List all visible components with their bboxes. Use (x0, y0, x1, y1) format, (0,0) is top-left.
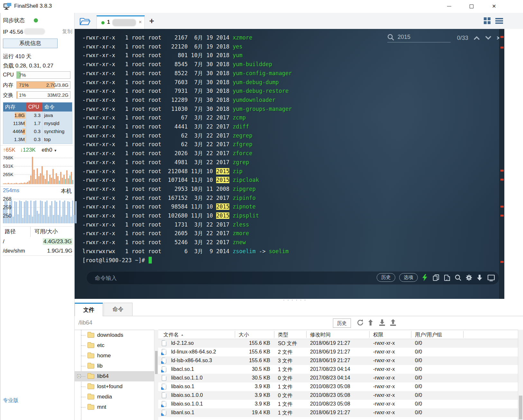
process-row[interactable]: 1.3M0.3top (3, 136, 72, 144)
search-next-icon[interactable] (485, 36, 491, 40)
column-perms[interactable]: 权限 (373, 332, 383, 338)
sort-asc-icon: ▲ (181, 333, 184, 336)
column-size[interactable]: 大小 (239, 332, 249, 338)
scroll-down-icon[interactable] (476, 274, 483, 281)
terminal-prompt: [root@li900-223 ~]# (82, 256, 292, 265)
minimize-button[interactable] (442, 2, 456, 11)
upload-icon[interactable] (389, 319, 397, 326)
terminal-line: -rwxr-xr-x 1 root root 2167 6月 19 2014 x… (82, 33, 292, 42)
search-query: 2015 (398, 34, 410, 40)
tree-item-downloads[interactable]: downloads (75, 330, 154, 340)
tree-item-mnt[interactable]: mnt (75, 402, 154, 412)
title-bar: FinalShell 3.8.3 ✕ (0, 0, 523, 13)
disk-row: /dev/shm1.9G/1.9G (3, 246, 72, 255)
history-button[interactable]: 历史 (377, 273, 395, 282)
paste-icon[interactable] (444, 274, 451, 281)
process-row[interactable]: 1.8G3.3java (3, 112, 72, 120)
file-table-scrollbar[interactable] (518, 330, 523, 420)
app-logo-icon (3, 3, 12, 10)
terminal-line: -rwxr-xr-x 1 root root 98584 11月 10 2015… (82, 202, 292, 211)
terminal-line: -rwxr-xr-x 1 root root 2026 3月 22 2017 z… (82, 149, 292, 158)
column-mtime[interactable]: 修改时间 (310, 332, 331, 338)
download-icon[interactable] (378, 319, 386, 326)
tree-item-label: downloads (97, 332, 123, 338)
terminal-line: -rwxr-xr-x 1 root root 212048 11月 10 201… (82, 167, 292, 176)
edition-label: 专业版 (3, 397, 18, 404)
settings-gear-icon[interactable] (465, 274, 473, 281)
list-menu-icon[interactable] (495, 17, 503, 24)
terminal-line: -rwxr-xr-x 1 root root 1731 3月 22 2017 z… (82, 220, 292, 229)
search-icon (387, 34, 394, 41)
sidebar: 同步状态 IP 45.56 复制 系统信息 运行 410 天 负载 0.28, … (0, 13, 75, 420)
file-history-button[interactable]: 历史 (333, 318, 351, 328)
search-match-marker (500, 261, 504, 263)
column-owner[interactable]: 用户/用户组 (415, 332, 442, 338)
panel-splitter[interactable]: · · · · · · (75, 299, 523, 303)
tree-item-etc[interactable]: etc (75, 340, 154, 351)
tab-files[interactable]: 文件 (75, 303, 103, 316)
ip-label: IP 45.56 (3, 29, 23, 35)
terminal-search-icon[interactable] (454, 274, 462, 281)
copy-ip-button[interactable]: 复制 (62, 28, 72, 35)
fullscreen-icon[interactable] (487, 274, 494, 281)
current-path[interactable]: /lib64 (78, 319, 92, 326)
column-type[interactable]: 类型 (278, 332, 288, 338)
quick-command-icon[interactable] (422, 274, 429, 281)
tab-label: 1 (107, 19, 110, 25)
cpu-meter: CPU 7% (3, 71, 70, 79)
chevron-down-icon[interactable]: ▼ (54, 149, 57, 152)
tab-commands[interactable]: 命令 (104, 303, 133, 316)
copy-icon[interactable] (433, 274, 440, 281)
terminal[interactable]: -rwxr-xr-x 1 root root 2167 6月 19 2014 x… (75, 29, 504, 299)
folder-icon (87, 364, 94, 369)
search-input[interactable]: 2015 (387, 34, 451, 42)
column-name[interactable]: 文件名▲ (163, 332, 184, 338)
tree-scrollbar[interactable] (154, 330, 158, 420)
process-row[interactable]: 446M0.3syncthing (3, 128, 72, 136)
terminal-line: -rwxr-xr-x 2 root root 167152 3月 22 2017… (82, 194, 292, 203)
splitter-handle-icon[interactable]: · · · · · · (283, 297, 307, 302)
table-row[interactable]: libanl.so.119.4 KB1 文件2018/06/19 21:27-r… (158, 408, 518, 417)
table-row[interactable]: libacl.so.1.1.030.5 KB0 文件2017/08/23 04:… (158, 374, 518, 382)
terminal-scrollbar[interactable] (499, 29, 504, 299)
table-row[interactable]: libaio.so.13.9 KB1 文件2010/08/23 05:08-rw… (158, 382, 518, 391)
tree-item-lost+found[interactable]: lost+found (75, 381, 154, 392)
process-row[interactable]: 113M1.7mysqld (3, 120, 72, 128)
refresh-icon[interactable] (356, 319, 364, 326)
folder-icon (87, 395, 94, 399)
tab-close-icon[interactable]: × (139, 19, 142, 25)
folder-icon (87, 405, 94, 410)
search-prev-icon[interactable] (473, 36, 480, 40)
open-folder-icon[interactable] (79, 17, 91, 26)
tree-item-lib64[interactable]: +lib64 (75, 371, 154, 381)
terminal-tab[interactable]: 1 × (96, 15, 145, 29)
close-button[interactable]: ✕ (487, 2, 501, 11)
grid-layout-icon[interactable] (484, 17, 491, 24)
table-row[interactable]: ld-2.12.so155.6 KBSO 文件2018/06/19 21:27-… (158, 339, 518, 348)
table-row[interactable]: ld-linux-x86-64.so.2155.6 KB2 文件2018/06/… (158, 348, 518, 356)
expand-icon[interactable]: + (77, 374, 81, 378)
file-table: 文件名▲ 大小 类型 修改时间 权限 用户/用户组 ld-2.12.so155.… (158, 330, 518, 420)
memory-meter: 内存 71%2.7G/3.8G (3, 81, 70, 89)
interface-selector[interactable]: eth0 (41, 147, 52, 153)
tree-item-media[interactable]: media (75, 392, 154, 402)
disk-table-header: 路径 可用/大小 (3, 227, 72, 237)
upload-arrow-icon: ↑ (3, 147, 6, 153)
table-row[interactable]: libaio.so.1.0.13.9 KB1 文件2010/08/23 05:0… (158, 400, 518, 408)
options-button[interactable]: 选项 (399, 273, 418, 282)
symlink-file-icon (162, 384, 166, 389)
tree-item-home[interactable]: home (75, 351, 154, 361)
new-tab-button[interactable]: + (149, 16, 154, 26)
maximize-button[interactable] (464, 2, 479, 11)
search-match-marker (500, 36, 504, 38)
parent-directory-icon[interactable] (367, 319, 375, 326)
table-row[interactable]: libaio.so.1.0.03.9 KB0 文件2010/08/23 05:0… (158, 391, 518, 400)
tree-item-lib[interactable]: lib (75, 361, 154, 371)
table-row[interactable]: ld-lsb-x86-64.so.3155.6 KB3 文件2018/06/19… (158, 356, 518, 365)
sync-status-dot (34, 18, 38, 22)
table-row[interactable]: libacl.so.130.5 KB1 文件2017/08/23 04:14-r… (158, 365, 518, 374)
system-info-button[interactable]: 系统信息 (3, 39, 58, 48)
terminal-line: -rwxr-xr-x 1 root root 8545 7月 30 2018 y… (82, 60, 292, 69)
command-input-bar[interactable]: 命令输入 历史 选项 (86, 271, 499, 285)
search-match-marker (500, 47, 504, 49)
